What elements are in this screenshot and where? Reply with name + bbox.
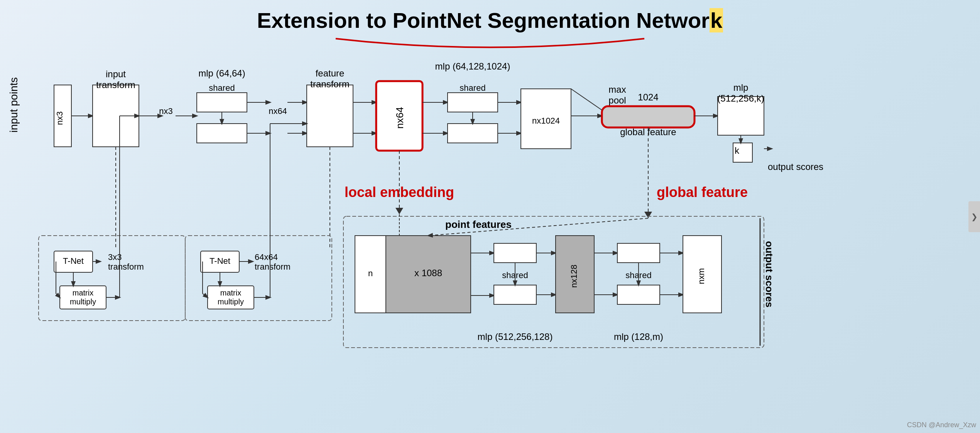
- svg-text:mlp: mlp: [733, 82, 749, 93]
- svg-rect-15: [307, 85, 353, 147]
- svg-text:matrix: matrix: [73, 289, 93, 297]
- svg-text:T-Net: T-Net: [63, 256, 84, 266]
- svg-text:nxm: nxm: [696, 268, 706, 284]
- svg-text:n: n: [368, 268, 373, 278]
- svg-text:mlp (512,256,128): mlp (512,256,128): [478, 331, 553, 342]
- svg-text:transform: transform: [310, 79, 349, 89]
- svg-text:k: k: [735, 145, 740, 156]
- svg-text:input: input: [106, 69, 126, 79]
- svg-text:nx3: nx3: [55, 111, 64, 125]
- main-container: Extension to PointNet Segmentation Netwo…: [0, 0, 980, 433]
- svg-rect-98: [494, 243, 536, 263]
- svg-text:local embedding: local embedding: [345, 184, 454, 200]
- svg-rect-99: [494, 285, 536, 304]
- svg-line-65: [56, 294, 60, 297]
- svg-marker-89: [644, 212, 652, 218]
- svg-line-122: [571, 89, 602, 110]
- page-title: Extension to PointNet Segmentation Netwo…: [15, 8, 965, 33]
- svg-line-80: [203, 294, 208, 297]
- svg-text:nx1024: nx1024: [532, 116, 560, 126]
- svg-text:64x64: 64x64: [255, 252, 278, 262]
- svg-text:nx64: nx64: [394, 107, 406, 129]
- title-highlight: k: [710, 8, 723, 32]
- chevron-right-icon: ❯: [971, 212, 978, 221]
- svg-text:max: max: [608, 84, 626, 95]
- svg-text:multiply: multiply: [70, 297, 96, 306]
- svg-text:1024: 1024: [638, 92, 658, 102]
- svg-text:shared: shared: [460, 83, 485, 93]
- svg-text:mlp (64,64): mlp (64,64): [198, 68, 245, 78]
- svg-text:output scores: output scores: [764, 241, 775, 307]
- svg-text:multiply: multiply: [218, 297, 244, 306]
- svg-text:x 1088: x 1088: [414, 268, 442, 278]
- svg-rect-31: [602, 106, 694, 127]
- svg-text:transform: transform: [108, 262, 144, 272]
- svg-text:shared: shared: [209, 83, 235, 93]
- svg-rect-22: [448, 93, 498, 112]
- svg-text:global feature: global feature: [657, 184, 748, 200]
- svg-rect-108: [617, 285, 660, 304]
- svg-text:transform: transform: [255, 262, 291, 272]
- csdn-watermark: CSDN @Andrew_Xzw: [907, 421, 976, 429]
- svg-text:feature: feature: [316, 68, 345, 78]
- svg-text:nx3: nx3: [159, 106, 172, 116]
- svg-text:T-Net: T-Net: [210, 256, 230, 266]
- svg-rect-6: [197, 93, 247, 112]
- svg-text:output scores: output scores: [768, 161, 823, 172]
- svg-text:pool: pool: [608, 95, 626, 105]
- svg-text:nx128: nx128: [569, 265, 579, 288]
- svg-marker-86: [395, 208, 403, 214]
- title-text: Extension to PointNet Segmentation Netwo…: [257, 8, 710, 32]
- svg-rect-107: [617, 243, 660, 263]
- svg-text:mlp (64,128,1024): mlp (64,128,1024): [435, 61, 510, 71]
- svg-rect-23: [448, 124, 498, 143]
- diagram-svg: nx3 shared nx64 nx64 shared: [15, 46, 972, 363]
- sidebar-handle[interactable]: ❯: [968, 201, 980, 232]
- svg-text:matrix: matrix: [220, 289, 241, 297]
- svg-text:transform: transform: [96, 80, 135, 90]
- svg-text:mlp (128,m): mlp (128,m): [614, 331, 663, 342]
- svg-rect-69: [185, 236, 332, 321]
- svg-text:(512,256,k): (512,256,k): [717, 93, 764, 104]
- svg-rect-7: [197, 124, 247, 143]
- svg-text:nx64: nx64: [269, 106, 287, 116]
- svg-text:point features: point features: [445, 219, 512, 230]
